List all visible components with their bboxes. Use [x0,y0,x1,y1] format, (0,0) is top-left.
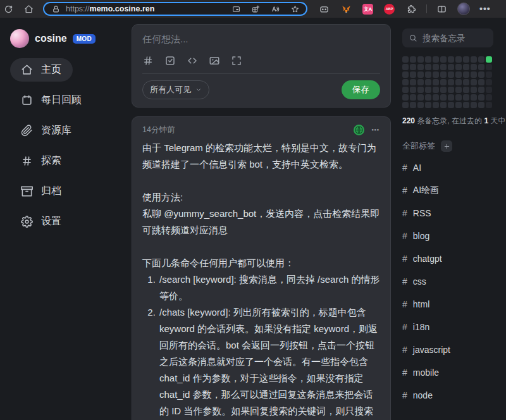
tag-item[interactable]: # javascript [402,338,493,361]
heatmap-cell [440,87,447,93]
tag-item[interactable]: # node [402,384,493,407]
extensions-puzzle-icon[interactable] [405,3,417,15]
sidebar-item-label: 设置 [41,215,61,228]
collections-add-icon[interactable] [250,3,261,15]
sidebar-item-explore[interactable]: 探索 [10,149,73,173]
hash-icon: # [402,299,407,309]
heatmap-cell [448,79,454,85]
heatmap-cell [425,94,431,101]
heatmap-cell [486,79,492,85]
heatmap-cell [478,64,484,70]
tag-item[interactable]: # css [402,270,493,293]
sidebar-nav: 主页 每日回顾 资源库 探索 归档 设置 [10,58,132,233]
hash-icon: # [402,254,407,264]
code-icon[interactable] [187,55,198,66]
tag-item[interactable]: # i18n [402,316,493,338]
heatmap-cell [463,79,469,85]
refresh-icon[interactable] [3,3,14,15]
visibility-value: 所有人可见 [150,84,191,96]
user-avatar[interactable] [10,29,29,48]
heatmap-cell [486,87,492,93]
browser-profile-avatar[interactable] [457,3,470,15]
search-box[interactable] [402,28,493,47]
fullscreen-icon[interactable] [231,55,242,66]
right-sidebar: 220 条备忘录, 在过去的 1 天中 全部标签 # AI # AI绘画 # R… [402,18,506,420]
public-globe-icon[interactable] [354,125,364,135]
sidebar-item-resources[interactable]: 资源库 [10,119,83,142]
split-screen-icon[interactable] [436,3,447,15]
heatmap-cell [440,102,447,108]
heatmap-cell [455,56,462,63]
heatmap-cell [425,71,431,78]
tag-item[interactable]: # mobile [402,361,493,384]
browser-more-menu-icon[interactable]: ••• [479,4,491,14]
tag-name: AI [413,163,421,173]
hash-icon: # [402,185,407,195]
heatmap-cell [455,102,462,108]
sidebar-item-label: 探索 [41,154,61,168]
heatmap-cell [425,79,431,85]
tag-name: javascript [413,345,450,355]
translate-extension-icon[interactable]: 文A [362,4,373,15]
sidebar-item-home[interactable]: 主页 [10,58,73,82]
tag-item[interactable]: # RSS [402,202,493,225]
tab-preview-icon[interactable] [230,3,242,15]
tag-icon[interactable] [142,55,154,66]
tag-item[interactable]: # blog [402,225,493,247]
image-icon[interactable] [209,55,220,66]
heatmap-cell [448,71,454,78]
heatmap-cell [478,71,484,78]
lock-icon [50,3,61,15]
heatmap-cell [417,79,424,85]
heatmap-cell [402,71,409,78]
sidebar-item-label: 归档 [41,185,61,198]
memo-more-icon[interactable]: ⋯ [371,125,380,135]
heatmap-cell [433,87,439,93]
heatmap-cell [471,79,477,85]
url-text[interactable]: https://memo.cosine.ren [66,4,226,13]
sidebar-item-settings[interactable]: 设置 [10,210,73,233]
search-input[interactable] [423,34,487,43]
sidebar-item-label: 主页 [41,63,61,77]
heatmap-cell [440,64,447,70]
heatmap-cell [402,94,409,101]
heatmap-cell [448,64,454,70]
tag-item[interactable]: # html [402,293,493,316]
address-bar[interactable]: https://memo.cosine.ren [43,2,307,16]
tag-name: css [413,276,426,287]
heatmap-cell [433,64,439,70]
tag-item[interactable]: # AI [402,156,493,179]
heatmap-cell [455,94,462,101]
sidebar-item-daily-review[interactable]: 每日回顾 [10,89,93,112]
user-banner[interactable]: cosine MOD [10,29,132,48]
bot-goggles-extension-icon[interactable] [318,3,330,15]
tag-list: # AI # AI绘画 # RSS # blog # chatgpt # css [402,156,493,407]
visibility-select[interactable]: 所有人可见 [142,80,209,99]
add-tag-button[interactable] [441,140,452,152]
heatmap-cell [471,64,477,70]
tag-item[interactable]: # AI绘画 [402,179,493,202]
memo-editor[interactable]: 任何想法... 所有人可见 保存 [132,24,391,108]
tag-name: html [413,299,429,309]
adblock-extension-icon[interactable]: ABP [384,4,395,15]
read-aloud-icon[interactable] [269,3,281,15]
save-button[interactable]: 保存 [342,80,380,99]
metamask-extension-icon[interactable] [340,3,352,15]
memos-app: cosine MOD 主页 每日回顾 资源库 探索 归档 [0,18,506,420]
checkbox-icon[interactable] [164,55,176,66]
chevron-down-icon [195,87,202,93]
memo-timestamp: 14分钟前 [142,125,175,135]
heatmap-cell [433,79,439,85]
editor-input[interactable]: 任何想法... [142,34,380,46]
sidebar-item-archive[interactable]: 归档 [10,180,73,203]
tag-item[interactable]: # chatgpt [402,247,493,270]
browser-home-icon[interactable] [23,3,34,15]
heatmap-cell [417,102,424,108]
tags-header-label: 全部标签 [402,140,435,152]
heatmap-cell [455,71,462,78]
heatmap-cell [463,64,469,70]
heatmap-cell [471,87,477,93]
left-sidebar: cosine MOD 主页 每日回顾 资源库 探索 归档 [0,18,132,420]
bookmark-star-icon[interactable] [289,3,300,15]
hash-icon: # [402,231,407,241]
